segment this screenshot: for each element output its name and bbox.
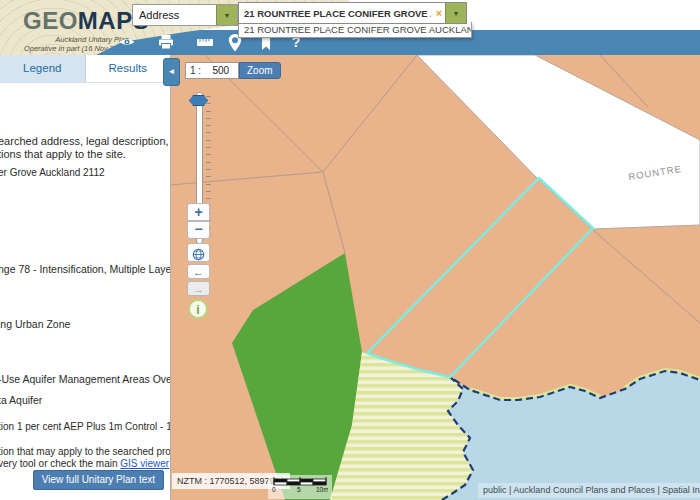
visibility-eye-icon[interactable]	[118, 33, 136, 51]
note-text: very tool or check the main	[0, 458, 120, 469]
chevron-down-icon[interactable]: ▼	[445, 3, 466, 23]
search-type-dropdown[interactable]: Address ▼	[132, 4, 238, 26]
map-scalebar: 0 5 10m	[268, 475, 332, 499]
map-basemap[interactable]	[170, 55, 700, 500]
zoom-in-button[interactable]: +	[187, 203, 210, 221]
search-type-value: Address	[133, 9, 216, 21]
sidebar-tabs: Legend Results	[0, 55, 170, 83]
results-note-line2: very tool or check the main GIS viewer	[0, 458, 169, 469]
svg-text:0: 0	[272, 486, 276, 493]
svg-text:5: 5	[297, 486, 301, 493]
results-plan-change-line: nge 78 - Intensification, Multiple Layer…	[0, 263, 171, 275]
plan-change-text: nge 78 - Intensification, Multiple Layer…	[0, 263, 171, 275]
results-note-line1: tion that may apply to the searched prop…	[0, 446, 171, 457]
brand-logo: GEOMAPS	[23, 7, 149, 35]
scalebar-graphic: 0 5 10m	[272, 477, 328, 493]
tab-legend[interactable]: Legend	[0, 55, 86, 82]
results-aquifer-line2: ta Aquifer	[0, 394, 42, 406]
results-aquifer-line1: -Use Aquifer Management Areas Overlay [r…	[0, 373, 171, 385]
scale-input[interactable]	[201, 65, 231, 76]
header: GEOMAPS Auckland Unitary Plan Operative …	[0, 0, 700, 55]
clear-search-icon[interactable]: ×	[433, 7, 445, 19]
sidebar-panel: Legend Results earched address, legal de…	[0, 55, 171, 500]
back-extent-button[interactable]: ←	[187, 264, 210, 279]
search-suggestion-item[interactable]: 21 ROUNTREE PLACE CONIFER GROVE AUCKLAND…	[238, 22, 472, 38]
tab-results[interactable]: Results	[86, 55, 171, 82]
chevron-down-icon[interactable]: ▼	[216, 5, 237, 25]
svg-text:10m: 10m	[316, 486, 328, 493]
map-canvas[interactable]: ROUNTRE 1 : Zoom + − ← → i NZT	[170, 55, 700, 500]
geomaps-app: GEOMAPS Auckland Unitary Plan Operative …	[0, 0, 700, 500]
results-intro-line2: tions that apply to the site.	[0, 148, 126, 160]
brand-geo: GEO	[23, 7, 78, 34]
measure-ruler-icon[interactable]	[196, 33, 214, 51]
view-full-plan-button[interactable]: View full Unitary Plan text	[33, 470, 164, 490]
tagline-line1: Auckland Unitary Plan	[0, 35, 129, 44]
results-zone-line: ing Urban Zone	[0, 318, 70, 330]
results-intro-line1: earched address, legal description,	[0, 135, 169, 147]
gis-viewer-link[interactable]: GIS viewer	[120, 458, 169, 469]
print-icon[interactable]	[157, 33, 175, 51]
results-coastal-line: tion 1 per cent AEP Plus 1m Control - 1m…	[0, 421, 171, 432]
scale-input-box[interactable]: 1 :	[185, 62, 239, 79]
results-address-line: er Grove Auckland 2112	[0, 167, 105, 178]
sidebar-collapse-button[interactable]: ◄	[163, 58, 180, 86]
address-search-combo[interactable]: × ▼	[238, 2, 467, 24]
search-input[interactable]	[239, 8, 433, 19]
globe-icon	[192, 248, 205, 261]
zoom-out-button[interactable]: −	[187, 221, 210, 239]
scale-widget: 1 : Zoom	[185, 62, 281, 79]
attribution-bar: public | Auckland Council Plans and Plac…	[478, 483, 700, 498]
full-extent-globe-button[interactable]	[187, 243, 210, 262]
zoom-apply-button[interactable]: Zoom	[239, 62, 281, 79]
scale-prefix: 1 :	[186, 65, 201, 76]
forward-extent-button[interactable]: →	[187, 281, 210, 296]
identify-info-button[interactable]: i	[188, 299, 208, 319]
